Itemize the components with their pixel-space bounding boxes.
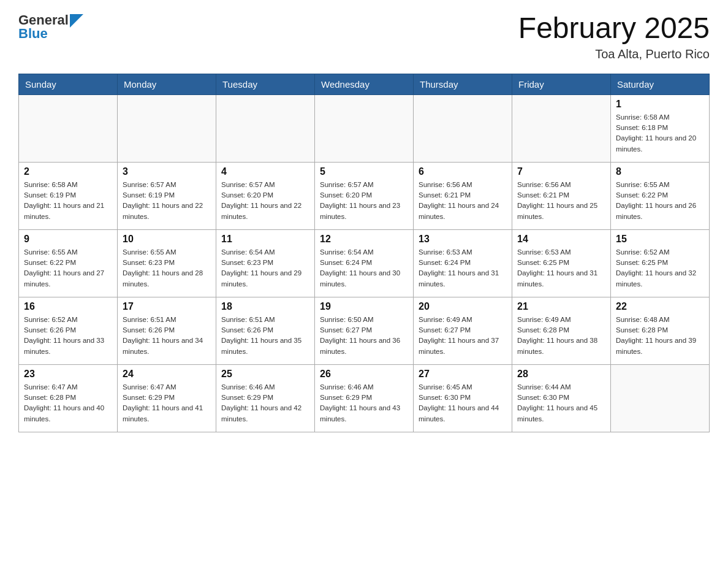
calendar-row: 1Sunrise: 6:58 AMSunset: 6:18 PMDaylight… [19, 94, 710, 162]
day-number: 7 [517, 166, 605, 177]
table-row [19, 94, 118, 162]
day-info: Sunrise: 6:52 AMSunset: 6:25 PMDaylight:… [616, 247, 704, 289]
day-info: Sunrise: 6:56 AMSunset: 6:21 PMDaylight:… [419, 180, 507, 222]
table-row: 4Sunrise: 6:57 AMSunset: 6:20 PMDaylight… [216, 162, 315, 229]
calendar-table: Sunday Monday Tuesday Wednesday Thursday… [18, 74, 710, 432]
col-sunday: Sunday [19, 74, 118, 94]
day-number: 6 [419, 166, 507, 177]
day-number: 28 [517, 369, 605, 380]
day-info: Sunrise: 6:53 AMSunset: 6:25 PMDaylight:… [517, 247, 605, 289]
day-number: 21 [517, 301, 605, 312]
table-row: 10Sunrise: 6:55 AMSunset: 6:23 PMDayligh… [118, 229, 216, 297]
table-row: 19Sunrise: 6:50 AMSunset: 6:27 PMDayligh… [315, 297, 414, 364]
day-info: Sunrise: 6:55 AMSunset: 6:22 PMDaylight:… [24, 247, 112, 289]
table-row: 5Sunrise: 6:57 AMSunset: 6:20 PMDaylight… [315, 162, 414, 229]
day-number: 18 [221, 301, 309, 312]
table-row [414, 94, 512, 162]
col-friday: Friday [512, 74, 611, 94]
table-row: 15Sunrise: 6:52 AMSunset: 6:25 PMDayligh… [611, 229, 710, 297]
day-info: Sunrise: 6:49 AMSunset: 6:28 PMDaylight:… [517, 315, 605, 357]
table-row [216, 94, 315, 162]
logo-triangle-icon [70, 14, 83, 28]
table-row [512, 94, 611, 162]
day-info: Sunrise: 6:57 AMSunset: 6:20 PMDaylight:… [320, 180, 408, 222]
svg-marker-0 [70, 14, 83, 28]
day-number: 9 [24, 234, 112, 245]
day-info: Sunrise: 6:57 AMSunset: 6:20 PMDaylight:… [221, 180, 309, 222]
page-header: General Blue February 2025 Toa Alta, Pue… [18, 12, 710, 61]
col-saturday: Saturday [611, 74, 710, 94]
day-number: 26 [320, 369, 408, 380]
table-row: 24Sunrise: 6:47 AMSunset: 6:29 PMDayligh… [118, 364, 216, 432]
day-info: Sunrise: 6:45 AMSunset: 6:30 PMDaylight:… [419, 382, 507, 424]
table-row: 18Sunrise: 6:51 AMSunset: 6:26 PMDayligh… [216, 297, 315, 364]
day-info: Sunrise: 6:49 AMSunset: 6:27 PMDaylight:… [419, 315, 507, 357]
day-info: Sunrise: 6:58 AMSunset: 6:19 PMDaylight:… [24, 180, 112, 222]
day-number: 19 [320, 301, 408, 312]
calendar-row: 9Sunrise: 6:55 AMSunset: 6:22 PMDaylight… [19, 229, 710, 297]
table-row: 26Sunrise: 6:46 AMSunset: 6:29 PMDayligh… [315, 364, 414, 432]
col-tuesday: Tuesday [216, 74, 315, 94]
logo: General Blue [18, 12, 83, 42]
day-info: Sunrise: 6:55 AMSunset: 6:23 PMDaylight:… [123, 247, 211, 289]
day-number: 22 [616, 301, 704, 312]
table-row: 12Sunrise: 6:54 AMSunset: 6:24 PMDayligh… [315, 229, 414, 297]
day-info: Sunrise: 6:51 AMSunset: 6:26 PMDaylight:… [221, 315, 309, 357]
day-info: Sunrise: 6:51 AMSunset: 6:26 PMDaylight:… [123, 315, 211, 357]
day-number: 17 [123, 301, 211, 312]
table-row: 27Sunrise: 6:45 AMSunset: 6:30 PMDayligh… [414, 364, 512, 432]
day-number: 10 [123, 234, 211, 245]
day-number: 4 [221, 166, 309, 177]
day-info: Sunrise: 6:52 AMSunset: 6:26 PMDaylight:… [24, 315, 112, 357]
day-number: 13 [419, 234, 507, 245]
table-row [611, 364, 710, 432]
table-row: 1Sunrise: 6:58 AMSunset: 6:18 PMDaylight… [611, 94, 710, 162]
table-row: 8Sunrise: 6:55 AMSunset: 6:22 PMDaylight… [611, 162, 710, 229]
day-info: Sunrise: 6:46 AMSunset: 6:29 PMDaylight:… [320, 382, 408, 424]
col-monday: Monday [118, 74, 216, 94]
day-number: 2 [24, 166, 112, 177]
table-row: 2Sunrise: 6:58 AMSunset: 6:19 PMDaylight… [19, 162, 118, 229]
day-number: 27 [419, 369, 507, 380]
table-row: 23Sunrise: 6:47 AMSunset: 6:28 PMDayligh… [19, 364, 118, 432]
day-number: 15 [616, 234, 704, 245]
table-row: 6Sunrise: 6:56 AMSunset: 6:21 PMDaylight… [414, 162, 512, 229]
table-row: 25Sunrise: 6:46 AMSunset: 6:29 PMDayligh… [216, 364, 315, 432]
day-info: Sunrise: 6:54 AMSunset: 6:23 PMDaylight:… [221, 247, 309, 289]
location-subtitle: Toa Alta, Puerto Rico [518, 47, 710, 61]
logo-blue-text: Blue [18, 26, 48, 42]
day-info: Sunrise: 6:44 AMSunset: 6:30 PMDaylight:… [517, 382, 605, 424]
day-info: Sunrise: 6:56 AMSunset: 6:21 PMDaylight:… [517, 180, 605, 222]
calendar-row: 2Sunrise: 6:58 AMSunset: 6:19 PMDaylight… [19, 162, 710, 229]
table-row: 20Sunrise: 6:49 AMSunset: 6:27 PMDayligh… [414, 297, 512, 364]
table-row: 16Sunrise: 6:52 AMSunset: 6:26 PMDayligh… [19, 297, 118, 364]
day-info: Sunrise: 6:57 AMSunset: 6:19 PMDaylight:… [123, 180, 211, 222]
day-info: Sunrise: 6:50 AMSunset: 6:27 PMDaylight:… [320, 315, 408, 357]
col-thursday: Thursday [414, 74, 512, 94]
table-row: 9Sunrise: 6:55 AMSunset: 6:22 PMDaylight… [19, 229, 118, 297]
table-row [315, 94, 414, 162]
day-number: 20 [419, 301, 507, 312]
day-info: Sunrise: 6:55 AMSunset: 6:22 PMDaylight:… [616, 180, 704, 222]
table-row: 14Sunrise: 6:53 AMSunset: 6:25 PMDayligh… [512, 229, 611, 297]
day-number: 5 [320, 166, 408, 177]
day-info: Sunrise: 6:58 AMSunset: 6:18 PMDaylight:… [616, 112, 704, 155]
day-number: 14 [517, 234, 605, 245]
day-number: 3 [123, 166, 211, 177]
day-info: Sunrise: 6:53 AMSunset: 6:24 PMDaylight:… [419, 247, 507, 289]
header-right: February 2025 Toa Alta, Puerto Rico [518, 12, 710, 61]
col-wednesday: Wednesday [315, 74, 414, 94]
month-title: February 2025 [518, 12, 710, 45]
day-number: 23 [24, 369, 112, 380]
calendar-header-row: Sunday Monday Tuesday Wednesday Thursday… [19, 74, 710, 94]
day-number: 25 [221, 369, 309, 380]
day-number: 12 [320, 234, 408, 245]
table-row: 11Sunrise: 6:54 AMSunset: 6:23 PMDayligh… [216, 229, 315, 297]
day-info: Sunrise: 6:46 AMSunset: 6:29 PMDaylight:… [221, 382, 309, 424]
table-row: 3Sunrise: 6:57 AMSunset: 6:19 PMDaylight… [118, 162, 216, 229]
table-row: 17Sunrise: 6:51 AMSunset: 6:26 PMDayligh… [118, 297, 216, 364]
day-number: 11 [221, 234, 309, 245]
day-info: Sunrise: 6:48 AMSunset: 6:28 PMDaylight:… [616, 315, 704, 357]
calendar-row: 16Sunrise: 6:52 AMSunset: 6:26 PMDayligh… [19, 297, 710, 364]
table-row: 22Sunrise: 6:48 AMSunset: 6:28 PMDayligh… [611, 297, 710, 364]
